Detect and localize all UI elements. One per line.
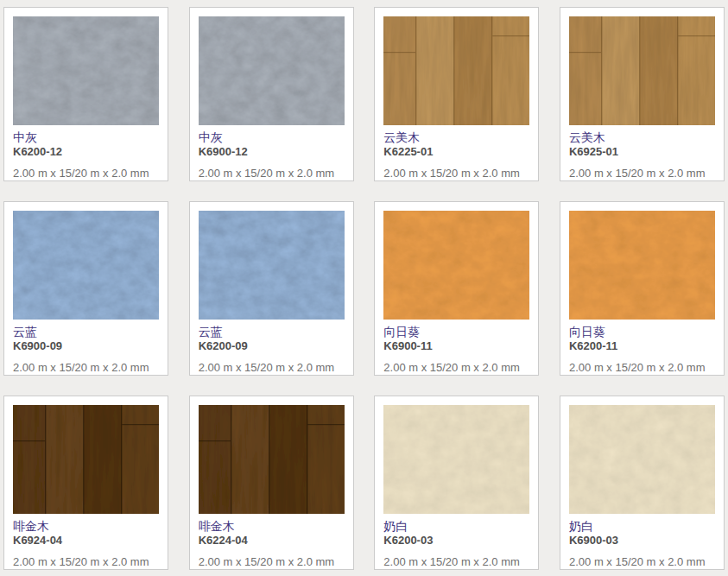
product-dimensions: 2.00 m x 15/20 m x 2.0 mm [13,361,159,375]
product-card[interactable]: 中灰 K6200-12 2.00 m x 15/20 m x 2.0 mm [3,7,168,181]
product-card[interactable]: 啡金木 K6924-04 2.00 m x 15/20 m x 2.0 mm [3,396,168,570]
product-dimensions: 2.00 m x 15/20 m x 2.0 mm [383,167,529,180]
product-card[interactable]: 奶白 K6200-03 2.00 m x 15/20 m x 2.0 mm [374,396,539,570]
product-card[interactable]: 向日葵 K6200-11 2.00 m x 15/20 m x 2.0 mm [560,201,725,376]
product-dimensions: 2.00 m x 15/20 m x 2.0 mm [13,167,159,180]
product-code: K6900-12 [199,145,345,159]
product-code: K6924-04 [13,534,159,548]
product-name-link[interactable]: 奶白 [383,518,529,534]
product-name-link[interactable]: 啡金木 [13,518,159,534]
product-name-link[interactable]: 啡金木 [199,518,345,534]
product-name-link[interactable]: 云蓝 [13,324,159,339]
product-name-link[interactable]: 向日葵 [383,324,529,339]
product-dimensions: 2.00 m x 15/20 m x 2.0 mm [199,555,345,569]
product-dimensions: 2.00 m x 15/20 m x 2.0 mm [383,555,529,569]
product-code: K6200-12 [13,145,159,159]
product-code: K6900-11 [383,339,529,353]
product-dimensions: 2.00 m x 15/20 m x 2.0 mm [199,361,345,375]
gray-stone-swatch[interactable] [13,16,159,125]
product-name-link[interactable]: 云蓝 [199,324,345,339]
light-wood-swatch[interactable] [383,16,529,125]
product-name-link[interactable]: 云美木 [383,130,529,145]
orange-stone-swatch[interactable] [569,211,715,320]
gray-stone-swatch[interactable] [199,16,345,125]
product-code: K6225-01 [383,145,529,159]
product-card[interactable]: 云美木 K6225-01 2.00 m x 15/20 m x 2.0 mm [374,7,539,181]
product-card[interactable]: 奶白 K6900-03 2.00 m x 15/20 m x 2.0 mm [560,396,725,570]
product-grid: 中灰 K6200-12 2.00 m x 15/20 m x 2.0 mm 中灰… [3,7,725,570]
product-card[interactable]: 中灰 K6900-12 2.00 m x 15/20 m x 2.0 mm [189,7,354,181]
product-dimensions: 2.00 m x 15/20 m x 2.0 mm [569,167,715,180]
light-wood-swatch[interactable] [569,16,715,125]
product-dimensions: 2.00 m x 15/20 m x 2.0 mm [383,361,529,375]
product-catalog-page: 中灰 K6200-12 2.00 m x 15/20 m x 2.0 mm 中灰… [0,0,728,576]
product-name-link[interactable]: 云美木 [569,130,715,145]
dark-wood-swatch[interactable] [199,405,345,514]
orange-stone-swatch[interactable] [383,211,529,320]
product-code: K6200-11 [569,339,715,353]
product-card[interactable]: 云美木 K6925-01 2.00 m x 15/20 m x 2.0 mm [560,7,725,181]
blue-stone-swatch[interactable] [199,211,345,320]
product-dimensions: 2.00 m x 15/20 m x 2.0 mm [199,167,345,180]
product-code: K6200-09 [199,339,345,353]
product-dimensions: 2.00 m x 15/20 m x 2.0 mm [569,555,715,569]
cream-stone-swatch[interactable] [383,405,529,514]
product-card[interactable]: 向日葵 K6900-11 2.00 m x 15/20 m x 2.0 mm [374,201,539,376]
product-card[interactable]: 云蓝 K6900-09 2.00 m x 15/20 m x 2.0 mm [3,201,168,376]
cream-stone-swatch[interactable] [569,405,715,514]
product-name-link[interactable]: 中灰 [13,130,159,145]
product-code: K6900-09 [13,339,159,353]
product-code: K6200-03 [383,534,529,548]
product-name-link[interactable]: 向日葵 [569,324,715,339]
product-dimensions: 2.00 m x 15/20 m x 2.0 mm [13,555,159,569]
product-code: K6925-01 [569,145,715,159]
product-card[interactable]: 云蓝 K6200-09 2.00 m x 15/20 m x 2.0 mm [189,201,354,376]
dark-wood-swatch[interactable] [13,405,159,514]
product-name-link[interactable]: 中灰 [199,130,345,145]
blue-stone-swatch[interactable] [13,211,159,320]
product-card[interactable]: 啡金木 K6224-04 2.00 m x 15/20 m x 2.0 mm [189,396,354,570]
product-code: K6224-04 [199,534,345,548]
product-code: K6900-03 [569,534,715,548]
product-name-link[interactable]: 奶白 [569,518,715,534]
product-dimensions: 2.00 m x 15/20 m x 2.0 mm [569,361,715,375]
